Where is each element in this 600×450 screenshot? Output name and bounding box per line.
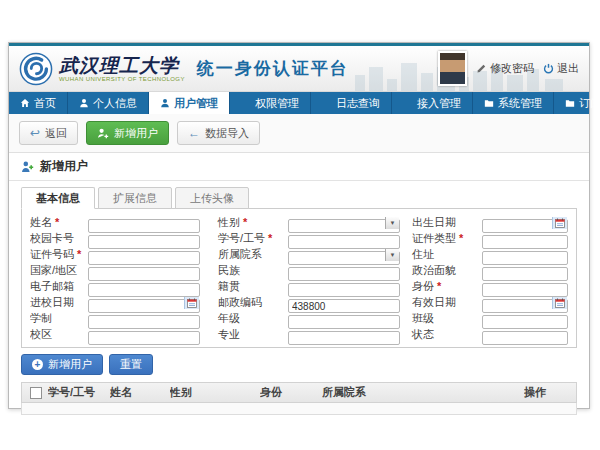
field-label-text: 学号/工号 [218, 232, 265, 244]
data-import-button[interactable]: ← 数据导入 [177, 121, 260, 145]
calendar-icon[interactable] [552, 297, 567, 309]
nav-item-6[interactable]: 接入管理 [392, 92, 473, 114]
basic-info-panel: 姓名*性别*出生日期校园卡号学号/工号*证件类型*证件号码*所属院系住址国家/地… [21, 208, 577, 348]
submit-button-label: 新增用户 [48, 357, 92, 372]
data-import-label: 数据导入 [205, 126, 249, 141]
header-user-area: 修改密码 退出 [438, 51, 579, 86]
field-label-text: 有效日期 [412, 296, 456, 308]
field-cell [482, 312, 568, 326]
change-password-label: 修改密码 [490, 61, 534, 76]
field-cell [88, 280, 200, 294]
table-header-cell: 姓名 [110, 385, 170, 400]
nav-item-4[interactable]: 权限管理 [230, 92, 311, 114]
field-input-23[interactable] [482, 331, 568, 345]
home-icon [20, 98, 30, 108]
field-label-text: 校区 [30, 328, 52, 340]
field-label-text: 电子邮箱 [30, 280, 74, 292]
field-input-21[interactable] [88, 331, 200, 345]
field-label: 有效日期 [400, 295, 482, 310]
tab-3[interactable]: 上传头像 [175, 187, 249, 209]
nav-item-label: 首页 [34, 96, 56, 111]
field-label: 政治面貌 [400, 263, 482, 278]
field-cell [482, 296, 568, 310]
add-user-icon [97, 127, 109, 139]
reset-button[interactable]: 重置 [109, 354, 153, 375]
field-label: 班级 [400, 311, 482, 326]
field-label-text: 国家/地区 [30, 264, 77, 276]
user-icon [160, 98, 170, 108]
field-label: 出生日期 [400, 215, 482, 230]
pencil-icon [476, 63, 487, 74]
nav-item-8[interactable]: 订阅管理 [554, 92, 600, 114]
nav-item-1[interactable]: 首页 [9, 92, 68, 114]
dropdown-arrow-icon[interactable] [385, 217, 399, 229]
nav-item-3[interactable]: 用户管理 [149, 92, 230, 114]
user-avatar[interactable] [438, 51, 467, 86]
form-actions: 新增用户 重置 [21, 354, 577, 375]
calendar-icon[interactable] [552, 217, 567, 229]
required-asterisk: * [55, 216, 59, 228]
field-cell [288, 216, 400, 230]
users-table: 学号/工号姓名性别身份所属院系操作 [21, 382, 577, 415]
field-label-text: 住址 [412, 248, 434, 260]
field-label-text: 民族 [218, 264, 240, 276]
field-cell [482, 264, 568, 278]
toolbar: ↩ 返回 新增用户 ← 数据导入 [9, 114, 589, 153]
field-input-22[interactable] [288, 331, 400, 345]
calendar-icon[interactable] [184, 297, 199, 309]
field-cell [88, 296, 200, 310]
field-cell [482, 232, 568, 246]
field-cell [288, 328, 400, 342]
field-label-text: 姓名 [30, 216, 52, 228]
dropdown-arrow-icon[interactable] [385, 249, 399, 261]
logout-link[interactable]: 退出 [543, 61, 579, 76]
field-label: 籍贯 [200, 279, 288, 294]
field-label: 学号/工号* [200, 231, 288, 246]
field-label-text: 状态 [412, 328, 434, 340]
field-label: 身份* [400, 279, 482, 294]
field-label-text: 性别 [218, 216, 240, 228]
field-label: 校园卡号 [30, 231, 88, 246]
field-cell [288, 264, 400, 278]
field-label-text: 年级 [218, 312, 240, 324]
tab-2[interactable]: 扩展信息 [98, 187, 172, 209]
field-label: 民族 [200, 263, 288, 278]
field-label: 状态 [400, 327, 482, 342]
field-label-text: 身份 [412, 280, 434, 292]
table-header-row: 学号/工号姓名性别身份所属院系操作 [21, 382, 577, 403]
field-cell [482, 328, 568, 342]
submit-add-user-button[interactable]: 新增用户 [21, 354, 103, 375]
field-cell [88, 264, 200, 278]
tab-1[interactable]: 基本信息 [21, 187, 95, 209]
field-label: 电子邮箱 [30, 279, 88, 294]
nav-item-label: 日志查询 [336, 96, 380, 111]
field-cell [88, 216, 200, 230]
field-label: 年级 [200, 311, 288, 326]
field-cell [482, 280, 568, 294]
field-label-text: 政治面貌 [412, 264, 456, 276]
required-asterisk: * [437, 280, 441, 292]
nav-item-2[interactable]: 个人信息 [68, 92, 149, 114]
field-label: 所属院系 [200, 247, 288, 262]
form-tabs: 基本信息扩展信息上传头像 [21, 187, 577, 209]
field-label-text: 邮政编码 [218, 296, 262, 308]
field-label-text: 出生日期 [412, 216, 456, 228]
table-empty-row [21, 403, 577, 415]
select-all-checkbox[interactable] [30, 387, 42, 399]
field-cell [288, 312, 400, 326]
add-user-button[interactable]: 新增用户 [86, 121, 169, 145]
field-label-text: 学制 [30, 312, 52, 324]
nav-item-label: 权限管理 [255, 96, 299, 111]
field-label: 进校日期 [30, 295, 88, 310]
add-user-button-label: 新增用户 [114, 126, 158, 141]
nav-item-5[interactable]: 日志查询 [311, 92, 392, 114]
change-password-link[interactable]: 修改密码 [476, 61, 534, 76]
back-arrow-icon: ↩ [30, 127, 40, 139]
folder-icon [484, 98, 494, 108]
field-label: 学制 [30, 311, 88, 326]
field-label-text: 专业 [218, 328, 240, 340]
nav-item-7[interactable]: 系统管理 [473, 92, 554, 114]
back-button[interactable]: ↩ 返回 [19, 121, 78, 145]
field-label: 专业 [200, 327, 288, 342]
field-label-text: 证件号码 [30, 248, 74, 260]
